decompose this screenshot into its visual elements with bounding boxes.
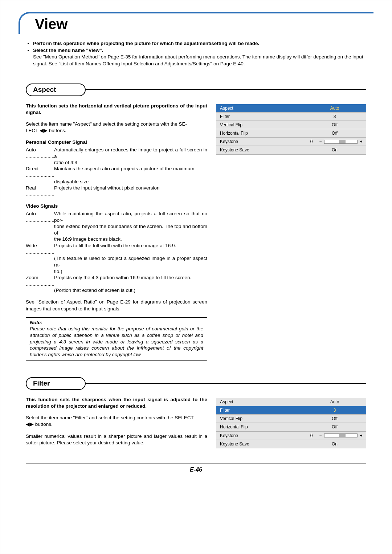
table-row: Horizontal FlipOff [216, 423, 366, 431]
minus-icon: − [318, 139, 323, 144]
plus-icon: + [359, 139, 363, 144]
aspect-note-text: Please note that using this monitor for … [30, 326, 203, 357]
page-number: E-46 [26, 463, 366, 474]
menu-cell-label: Vertical Flip [216, 415, 302, 423]
vid-auto-text-a: While maintaining the aspect ratio, proj… [54, 211, 207, 224]
table-row: Vertical FlipOff [216, 121, 366, 129]
menu-cell-value: Off [302, 415, 366, 423]
vid-auto-text-b: tions extend beyond the boundaries of th… [54, 223, 207, 236]
menu-cell-label: Horizontal Flip [216, 129, 302, 138]
table-row: Keystone SaveOn [216, 146, 366, 154]
keystone-slider: 0 − + [306, 139, 363, 144]
menu-cell-label: Filter [216, 112, 302, 121]
filter-heading: Filter [26, 377, 86, 390]
slider-track [324, 433, 358, 437]
intro-bullet-1: Perform this operation while projecting … [33, 41, 259, 46]
vid-auto-text-c: the 16:9 image becomes black. [54, 236, 207, 243]
pc-direct-text-b: displayable size [54, 179, 207, 185]
vid-zoom-text-a: Projects only the 4:3 portion within 16:… [54, 274, 207, 288]
vid-wide-label: Wide [26, 243, 37, 248]
slider-knob [339, 140, 346, 143]
pc-real-text: Projects the input signal without pixel … [54, 185, 207, 198]
menu-cell-value: On [302, 440, 366, 448]
table-row: AspectAuto [216, 398, 366, 406]
aspect-heading-row: Aspect [26, 83, 366, 96]
pc-real-label: Real [26, 185, 36, 191]
menu-cell-label: Filter [216, 406, 302, 414]
menu-cell-label: Keystone Save [216, 146, 302, 154]
menu-cell-value: Off [302, 121, 366, 129]
menu-cell-value: Off [302, 129, 366, 138]
menu-cell-value: On [302, 146, 366, 154]
menu-cell-value: Off [302, 423, 366, 431]
keystone-value: 0 [306, 139, 317, 144]
vid-wide-text-a: Projects to fill the full width with the… [54, 243, 207, 256]
pc-auto-text-b: ratio of 4:3 [54, 159, 207, 166]
aspect-description: This function sets the horizontal and ve… [26, 103, 207, 361]
menu-cell-value: 3 [302, 406, 366, 414]
pc-direct-label: Direct [26, 166, 38, 171]
vid-wide-text-b: (This feature is used to project a squee… [54, 255, 207, 268]
intro-text: See "Menu Operation Method" on Page E-35… [33, 54, 363, 66]
aspect-note-box: Note: Please note that using this monito… [26, 317, 207, 361]
filter-instruction-b: ◀▶ buttons. [26, 421, 53, 427]
keystone-slider: 0 − + [306, 433, 363, 439]
page-title: View [33, 14, 69, 34]
filter-heading-rule [85, 383, 366, 384]
menu-cell-label: Aspect [216, 398, 302, 406]
pc-auto-text-a: Automatically enlarges or reduces the im… [54, 147, 207, 160]
keystone-value: 0 [306, 433, 317, 439]
table-row: Keystone SaveOn [216, 440, 366, 448]
filter-menu-table: AspectAuto Filter3 Vertical FlipOff Hori… [216, 398, 366, 448]
table-row: Vertical FlipOff [216, 415, 366, 423]
intro-bullet-2: Select the menu name "View". [33, 48, 103, 53]
aspect-instruction-b: LECT ◀▶ buttons. [26, 128, 66, 133]
filter-result: Smaller numerical values result in a sha… [26, 433, 207, 446]
aspect-see-also: See "Selection of Aspect Ratio" on Page … [26, 299, 207, 312]
aspect-heading-rule [85, 89, 366, 90]
pc-signal-head: Personal Computer Signal [26, 139, 207, 146]
video-signals-head: Video Signals [26, 203, 207, 209]
menu-cell-label: Horizontal Flip [216, 423, 302, 431]
filter-instruction-a: Select the item name "Filter" and select… [26, 415, 194, 420]
table-row: Filter3 [216, 112, 366, 121]
table-row: AspectAuto [216, 104, 366, 112]
menu-cell-label: Aspect [216, 104, 302, 112]
vid-wide-text-c: tio.) [54, 268, 207, 275]
aspect-menu-table: AspectAuto Filter3 Vertical FlipOff Hori… [216, 104, 366, 155]
table-row: Horizontal FlipOff [216, 129, 366, 138]
pc-direct-text-a: Maintains the aspect ratio and projects … [54, 166, 207, 179]
vid-zoom-label: Zoom [26, 275, 38, 280]
vid-auto-label: Auto [26, 211, 36, 216]
menu-cell-label: Keystone [216, 431, 302, 440]
aspect-heading: Aspect [26, 83, 86, 96]
plus-icon: + [359, 433, 363, 439]
menu-cell-label: Vertical Flip [216, 121, 302, 129]
filter-intro: This function sets the sharpness when th… [26, 396, 207, 410]
slider-knob [339, 434, 346, 437]
menu-cell-label: Keystone [216, 138, 302, 146]
intro-block: Perform this operation while projecting … [26, 40, 366, 67]
aspect-intro: This function sets the horizontal and ve… [26, 103, 207, 116]
filter-description: This function sets the sharpness when th… [26, 396, 207, 451]
pc-auto-label: Auto [26, 147, 36, 152]
menu-cell-label: Keystone Save [216, 440, 302, 448]
filter-heading-row: Filter [26, 377, 366, 390]
table-row: Keystone 0 − + [216, 431, 366, 440]
minus-icon: − [318, 433, 323, 439]
menu-cell-value: 3 [302, 112, 366, 121]
table-row: Filter3 [216, 406, 366, 414]
menu-cell-value: Auto [302, 104, 366, 112]
aspect-instruction-a: Select the item name "Aspect" and select… [26, 121, 187, 127]
aspect-note-label: Note: [30, 319, 203, 326]
page-accent-rule [19, 12, 373, 34]
vid-zoom-text-b: (Portion that extend off screen is cut.) [54, 287, 207, 294]
menu-cell-value: Auto [302, 398, 366, 406]
slider-track [324, 140, 358, 144]
table-row: Keystone 0 − + [216, 138, 366, 146]
